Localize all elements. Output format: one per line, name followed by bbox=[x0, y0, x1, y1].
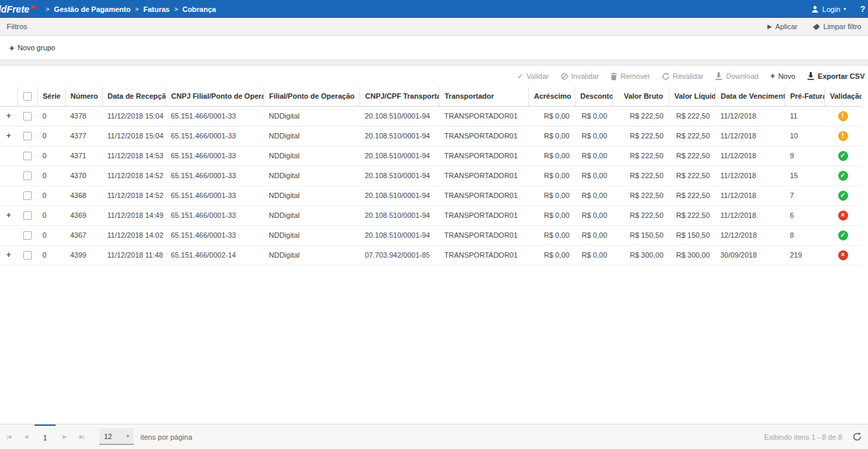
column-header-transportador[interactable]: Transportador bbox=[439, 87, 528, 106]
refresh-icon bbox=[662, 73, 669, 80]
row-checkbox[interactable] bbox=[23, 172, 32, 180]
row-checkbox[interactable] bbox=[23, 211, 32, 220]
select-all-header bbox=[17, 87, 37, 106]
column-header-valor_liquido[interactable]: Valor Líquido bbox=[669, 87, 715, 106]
cell-pre_fatura: 6 bbox=[785, 205, 824, 225]
expand-cell[interactable]: + bbox=[0, 106, 17, 126]
cell-data_recepcao: 11/12/2018 11:48 bbox=[102, 245, 166, 265]
cell-cnpj_transportador: 20.108.510/0001-94 bbox=[360, 225, 439, 245]
clear-filter-button[interactable]: Limpar filtro bbox=[812, 23, 861, 30]
cell-data_vencimento: 30/09/2018 bbox=[715, 245, 785, 265]
cell-valor_liquido: R$ 222,50 bbox=[669, 205, 715, 225]
cell-data_vencimento: 11/12/2018 bbox=[715, 146, 785, 166]
remove-button[interactable]: Remover bbox=[610, 72, 650, 80]
group-panel: + Novo grupo bbox=[0, 36, 868, 60]
invalidate-button[interactable]: Invalidar bbox=[561, 72, 599, 80]
row-checkbox[interactable] bbox=[23, 191, 32, 200]
cell-filial: NDDigital bbox=[264, 185, 360, 205]
pager-right: Exibindo itens 1 - 8 de 8 bbox=[764, 424, 868, 449]
next-page-icon: ▶ bbox=[62, 434, 66, 440]
cell-numero: 4371 bbox=[65, 146, 102, 166]
refresh-icon bbox=[853, 432, 861, 441]
new-button[interactable]: +Novo bbox=[770, 72, 795, 81]
filters-bar: Filtros ▶ Aplicar Limpar filtro bbox=[0, 18, 868, 36]
row-checkbox[interactable] bbox=[23, 152, 32, 160]
cell-valor_bruto: R$ 222,50 bbox=[612, 166, 669, 185]
cell-filial: NDDigital bbox=[264, 205, 360, 225]
row-checkbox[interactable] bbox=[23, 231, 32, 240]
new-group-button[interactable]: + Novo grupo bbox=[9, 43, 55, 53]
column-header-validacao[interactable]: Validação bbox=[824, 87, 861, 106]
chevron-down-icon: ▾ bbox=[126, 433, 129, 439]
apply-filter-button[interactable]: ▶ Aplicar bbox=[767, 23, 798, 30]
table-row: 0436811/12/2018 14:5265.151.466/0001-33N… bbox=[0, 185, 861, 205]
page-size-label: itens por página bbox=[140, 433, 192, 441]
action-label: Download bbox=[726, 72, 758, 80]
action-label: Novo bbox=[778, 72, 795, 80]
cell-serie: 0 bbox=[37, 185, 65, 205]
column-header-pre_fatura[interactable]: Pré-Fatura bbox=[785, 87, 824, 106]
select-all-checkbox[interactable] bbox=[23, 92, 32, 101]
column-header-desconto[interactable]: Desconto bbox=[575, 87, 612, 106]
revalidate-button[interactable]: Revalidar bbox=[662, 72, 703, 80]
help-button[interactable]: ? bbox=[860, 4, 865, 14]
cell-validacao: ✓ bbox=[824, 146, 861, 166]
cell-cnpj_filial: 65.151.466/0001-33 bbox=[166, 166, 264, 185]
expand-row-button[interactable]: + bbox=[6, 250, 11, 260]
refresh-button[interactable] bbox=[853, 432, 861, 441]
row-checkbox[interactable] bbox=[23, 251, 32, 260]
plus-icon: + bbox=[9, 43, 15, 53]
row-checkbox[interactable] bbox=[23, 132, 32, 140]
cell-serie: 0 bbox=[37, 146, 65, 166]
page-size-value: 12 bbox=[104, 432, 112, 440]
expand-cell[interactable]: + bbox=[0, 245, 17, 265]
cell-numero: 4370 bbox=[65, 166, 102, 185]
pager-last-button[interactable]: ▶| bbox=[73, 424, 90, 449]
column-header-valor_bruto[interactable]: Valor Bruto bbox=[612, 87, 669, 106]
cell-acrescimo: R$ 0,00 bbox=[528, 225, 575, 245]
column-label: CNPJ/CPF Transportador bbox=[365, 92, 440, 100]
column-header-cnpj_transportador[interactable]: CNPJ/CPF Transportador bbox=[360, 87, 439, 106]
cell-valor_liquido: R$ 222,50 bbox=[669, 106, 715, 126]
pager-first-button[interactable]: |◀ bbox=[0, 424, 17, 449]
breadcrumb-item[interactable]: Gestão de Pagamento bbox=[54, 5, 131, 13]
column-header-numero[interactable]: Número bbox=[65, 87, 102, 106]
validate-button[interactable]: ✓Validar bbox=[517, 72, 549, 81]
first-page-icon: |◀ bbox=[7, 434, 11, 440]
breadcrumb-item[interactable]: Cobrança bbox=[182, 5, 216, 13]
slash-icon bbox=[561, 73, 568, 80]
new-group-label: Novo grupo bbox=[18, 44, 56, 52]
pager-prev-button[interactable]: ◀ bbox=[17, 424, 34, 449]
column-header-cnpj_filial[interactable]: CNPJ Filial/Ponto de Operação bbox=[166, 87, 264, 106]
last-page-icon: ▶| bbox=[79, 434, 83, 440]
expand-cell[interactable]: + bbox=[0, 205, 17, 225]
cell-data_recepcao: 11/12/2018 15:04 bbox=[102, 126, 166, 146]
download-button[interactable]: Download bbox=[715, 72, 758, 80]
page-size-select[interactable]: 12 ▾ bbox=[99, 428, 134, 445]
column-header-data_recepcao[interactable]: Data de Recepção↓ bbox=[102, 87, 166, 106]
validation-success-icon: ✓ bbox=[838, 230, 848, 240]
column-header-data_vencimento[interactable]: Data de Vencimento bbox=[715, 87, 785, 106]
pager-next-button[interactable]: ▶ bbox=[56, 424, 73, 449]
expand-row-button[interactable]: + bbox=[6, 131, 11, 140]
column-header-acrescimo[interactable]: Acréscimo bbox=[528, 87, 575, 106]
export-csv-button[interactable]: Exportar CSV bbox=[807, 72, 865, 80]
expand-row-button[interactable]: + bbox=[6, 211, 11, 220]
expand-row-button[interactable]: + bbox=[6, 111, 11, 121]
column-label: Transportador bbox=[445, 92, 495, 100]
validation-warning-icon: ! bbox=[838, 131, 848, 141]
cell-valor_bruto: R$ 222,50 bbox=[612, 185, 669, 205]
checkbox-cell bbox=[17, 245, 37, 265]
row-checkbox[interactable] bbox=[23, 112, 32, 121]
breadcrumb-item[interactable]: Faturas bbox=[143, 5, 169, 13]
cell-numero: 4378 bbox=[65, 106, 102, 126]
cell-numero: 4369 bbox=[65, 205, 102, 225]
expand-cell[interactable]: + bbox=[0, 126, 17, 146]
expand-cell bbox=[0, 146, 17, 166]
column-header-serie[interactable]: Série bbox=[37, 87, 65, 106]
column-header-filial[interactable]: Filial/Ponto de Operação bbox=[264, 87, 360, 106]
login-menu[interactable]: Login ▾ bbox=[811, 5, 846, 13]
pager-page-button[interactable]: 1 bbox=[34, 424, 56, 449]
cell-cnpj_filial: 65.151.466/0001-33 bbox=[166, 146, 264, 166]
cell-data_recepcao: 11/12/2018 14:49 bbox=[102, 205, 166, 225]
